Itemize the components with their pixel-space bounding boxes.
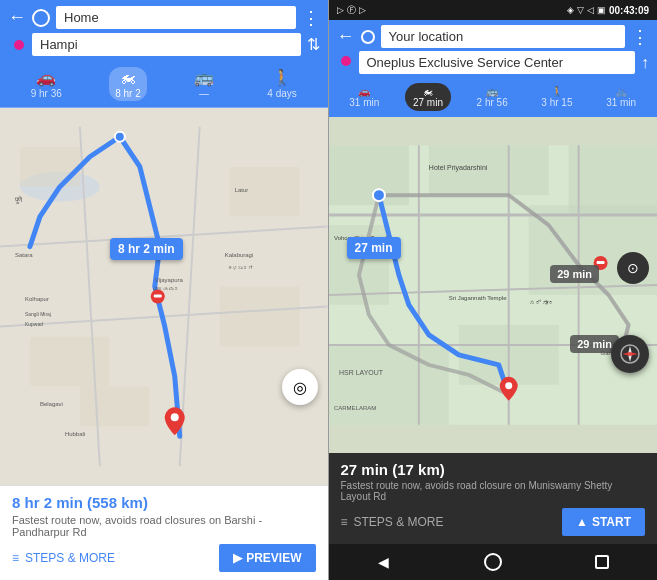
right-transport-bike[interactable]: 🏍 27 min — [405, 83, 451, 111]
status-bar: ▷ Ⓕ ▷ ◈ ▽ ◁ ▣ 00:43:09 — [329, 0, 658, 20]
transport-walk[interactable]: 🚶 4 days — [261, 66, 302, 101]
right-to-row: Oneplus Exclusive Service Center ↑ — [337, 51, 650, 74]
svg-point-14 — [171, 413, 179, 421]
car-duration: 9 hr 36 — [31, 88, 62, 99]
status-right-icons: ◈ ▽ ◁ ▣ 00:43:09 — [567, 5, 649, 16]
svg-text:Sangli Miraj: Sangli Miraj — [25, 311, 51, 317]
bike-icon: 🏍 — [120, 69, 136, 87]
svg-text:ವಿಜಯಪುರ: ವಿಜಯಪುರ — [153, 287, 179, 293]
svg-text:ಸರ್ ಸೋರ: ಸರ್ ಸೋರ — [528, 299, 554, 306]
right-map: Hotel Priyadarshini Vohom Shiva Temple H… — [329, 117, 658, 453]
car-icon: 🚗 — [36, 68, 56, 87]
right-car-duration: 31 min — [349, 97, 379, 108]
right-steps-more-button[interactable]: ≡ STEPS & MORE — [341, 515, 444, 529]
svg-rect-30 — [568, 145, 657, 215]
right-back-button[interactable]: ← — [337, 26, 355, 47]
battery-icon: ▣ — [597, 5, 606, 15]
navigation-bar: ◀ — [329, 544, 658, 580]
bike-duration: 8 hr 2 — [115, 88, 141, 99]
swap-button[interactable]: ⇅ — [307, 35, 320, 54]
menu-icon: ≡ — [12, 551, 19, 565]
left-map-svg: पुणे Satara Kolhapur Sangli Miraj Kupwad… — [0, 108, 328, 485]
left-header-from-row: ← Home ⋮ — [8, 6, 320, 29]
left-map: पुणे Satara Kolhapur Sangli Miraj Kupwad… — [0, 108, 328, 485]
right-menu-button[interactable]: ⋮ — [631, 26, 649, 48]
start-play-icon: ▲ — [576, 515, 588, 529]
transport-car[interactable]: 🚗 9 hr 36 — [25, 66, 68, 101]
nav-home-circle — [484, 553, 502, 571]
svg-marker-55 — [622, 352, 638, 356]
right-transport-other[interactable]: 🚲 31 min — [598, 83, 644, 111]
right-swap-button[interactable]: ↑ — [641, 54, 649, 72]
svg-text:Vijayapura: Vijayapura — [155, 277, 184, 283]
back-button[interactable]: ← — [8, 7, 26, 28]
svg-text:Kupwad: Kupwad — [25, 321, 43, 327]
right-from-row: ← Your location ⋮ — [337, 25, 650, 48]
right-bike-icon: 🏍 — [423, 86, 433, 97]
maps-icon: ▷ — [359, 5, 366, 15]
right-transport-walk[interactable]: 🚶 3 hr 15 — [533, 83, 580, 111]
left-menu-button[interactable]: ⋮ — [302, 7, 320, 29]
svg-text:CARMELARAM: CARMELARAM — [333, 405, 375, 411]
svg-text:HSR LAYOUT: HSR LAYOUT — [338, 369, 383, 376]
left-route-summary: 8 hr 2 min (558 km) — [12, 494, 316, 511]
right-to-dot — [341, 56, 351, 66]
right-bottom-info: 27 min (17 km) Fastest route now, avoids… — [329, 453, 658, 544]
left-compass-button[interactable]: ◎ — [282, 369, 318, 405]
right-other-duration: 31 min — [606, 97, 636, 108]
left-route-description: Fastest route now, avoids road closures … — [12, 514, 316, 538]
svg-text:पुणे: पुणे — [14, 195, 23, 204]
svg-point-43 — [372, 189, 384, 201]
right-to-input[interactable]: Oneplus Exclusive Service Center — [359, 51, 636, 74]
status-left-icons: ▷ Ⓕ ▷ — [337, 4, 366, 17]
nav-home-button[interactable] — [483, 552, 503, 572]
right-from-input[interactable]: Your location — [381, 25, 626, 48]
nav-recent-button[interactable] — [592, 552, 612, 572]
start-label: START — [592, 515, 631, 529]
walk-duration: 4 days — [267, 88, 296, 99]
github-icon: ⊙ — [627, 260, 639, 276]
left-route-label: 8 hr 2 min — [110, 238, 183, 260]
svg-rect-6 — [80, 386, 150, 426]
transport-bike[interactable]: 🏍 8 hr 2 — [109, 67, 147, 101]
from-input[interactable]: Home — [56, 6, 296, 29]
right-bus-icon: 🚌 — [486, 86, 498, 97]
right-transport-bus[interactable]: 🚌 2 hr 56 — [469, 83, 516, 111]
nav-recent-square — [595, 555, 609, 569]
right-steps-label: STEPS & MORE — [354, 515, 444, 529]
right-location-dot — [361, 30, 375, 44]
svg-point-13 — [115, 132, 125, 142]
left-header-to-row: Hampi ⇅ — [8, 33, 320, 56]
to-input[interactable]: Hampi — [32, 33, 301, 56]
data-icon: ◁ — [587, 5, 594, 15]
svg-text:ಕಳಬುರಗಿ: ಕಳಬುರಗಿ — [228, 265, 253, 271]
right-transport-car[interactable]: 🚗 31 min — [341, 83, 387, 111]
right-menu-icon: ≡ — [341, 515, 348, 529]
right-route-summary: 27 min (17 km) — [341, 461, 646, 478]
compass-icon: ◎ — [293, 378, 307, 397]
wifi-icon: ▽ — [577, 5, 584, 15]
left-panel: ← Home ⋮ Hampi ⇅ 🚗 9 hr 36 🏍 8 hr 2 — [0, 0, 328, 580]
walk-icon: 🚶 — [272, 68, 292, 87]
nav-back-button[interactable]: ◀ — [373, 552, 393, 572]
svg-text:Hubbali: Hubbali — [65, 431, 85, 437]
transport-bus[interactable]: 🚌 — — [188, 66, 220, 101]
svg-rect-34 — [329, 345, 449, 425]
from-dot — [32, 9, 50, 27]
start-button[interactable]: ▲ START — [562, 508, 645, 536]
left-steps-more-button[interactable]: ≡ STEPS & MORE — [12, 551, 115, 565]
right-compass-button[interactable] — [611, 335, 649, 373]
svg-rect-4 — [220, 287, 300, 347]
right-header: ← Your location ⋮ Oneplus Exclusive Serv… — [329, 20, 658, 79]
steps-label: STEPS & MORE — [25, 551, 115, 565]
github-badge[interactable]: ⊙ — [617, 252, 649, 284]
to-dot — [14, 40, 24, 50]
right-walk-duration: 3 hr 15 — [541, 97, 572, 108]
left-preview-button[interactable]: ▶ PREVIEW — [219, 544, 315, 572]
signal-icon: ◈ — [567, 5, 574, 15]
svg-rect-42 — [596, 261, 604, 264]
notification-icon: ▷ — [337, 5, 344, 15]
svg-text:Hotel Priyadarshini: Hotel Priyadarshini — [428, 164, 487, 172]
svg-text:Satara: Satara — [15, 252, 33, 258]
bus-duration: — — [199, 88, 209, 99]
